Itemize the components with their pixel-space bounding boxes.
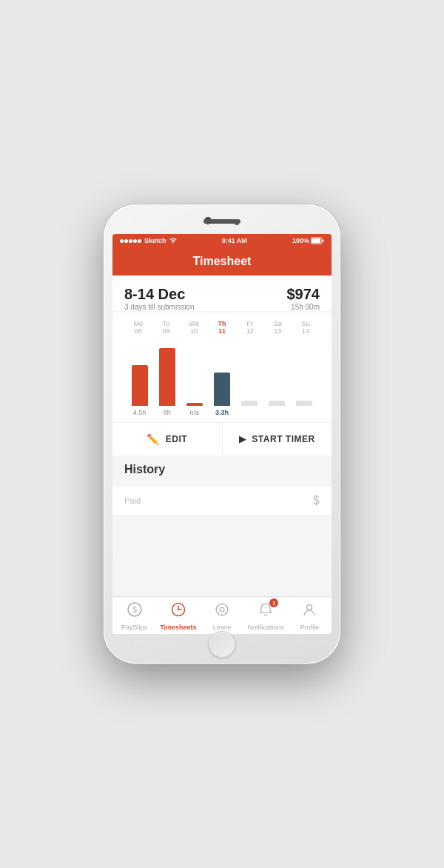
day-label-fr: Fr [246, 320, 253, 327]
leave-icon [214, 601, 230, 621]
day-label-sa: Sa [274, 320, 282, 327]
play-icon: ▶ [239, 434, 246, 444]
tab-notifications-icon-wrap: 1 [258, 601, 274, 621]
signal-dots [120, 239, 141, 243]
tab-payslips-label: PaySlips [121, 624, 147, 631]
bar-th [209, 373, 235, 406]
svg-point-19 [307, 605, 312, 610]
profile-icon [301, 601, 317, 621]
tab-payslips[interactable]: $ PaySlips [112, 601, 156, 631]
svg-line-17 [225, 606, 226, 607]
tab-bar: $ PaySlips [112, 596, 332, 634]
history-section: History [112, 455, 332, 481]
week-amount-block: $974 15h 00m [287, 286, 320, 311]
bar-su [291, 401, 317, 406]
timer-label: START TIMER [252, 434, 314, 444]
app-header: Timesheet [112, 247, 332, 276]
chart-day-sa: Sa 13 [264, 320, 291, 335]
day-num-mo: 08 [135, 327, 142, 335]
chart-day-we: We 10 [181, 320, 207, 335]
battery: 100% [292, 237, 324, 244]
tab-timesheets-label: Timesheets [160, 624, 196, 631]
chart-day-th: Th 11 [209, 320, 235, 335]
svg-text:$: $ [132, 606, 137, 614]
bar-label-tu: 8h [154, 409, 181, 416]
days-till: 3 days till submission [124, 303, 194, 311]
tab-notifications[interactable]: 1 Notifications [244, 601, 288, 631]
bar-th-fill [214, 373, 230, 406]
week-card: 8-14 Dec 3 days till submission $974 15h… [112, 276, 332, 311]
bar-sa-fill [269, 401, 285, 406]
bar-fr [236, 401, 263, 406]
day-label-tu: Tu [162, 320, 169, 327]
day-label-mo: Mo [134, 320, 144, 327]
tab-profile[interactable]: Profile [288, 601, 332, 631]
svg-point-8 [178, 609, 179, 610]
bar-label-fr [236, 409, 263, 416]
svg-line-16 [225, 612, 226, 613]
chart-day-mo: Mo 08 [125, 320, 152, 335]
tab-leave-icon-wrap [214, 601, 230, 621]
svg-line-18 [218, 612, 219, 613]
tab-timesheets-icon-wrap [170, 601, 186, 621]
phone-bottom [112, 634, 332, 655]
bar-labels: 4.5h 8h n/a 3.3h [124, 406, 320, 416]
status-time: 9:41 AM [222, 237, 247, 244]
day-num-fr: 12 [246, 327, 254, 335]
battery-label: 100% [292, 237, 309, 244]
wifi-icon [169, 237, 177, 244]
day-num-th: 11 [218, 327, 226, 335]
bar-mo-fill [132, 365, 148, 406]
bar-su-fill [296, 401, 312, 406]
status-left: Sketch [120, 237, 177, 244]
edit-button[interactable]: ✏️ EDIT [112, 423, 223, 455]
bar-we-fill [186, 403, 203, 406]
day-label-su: Su [302, 320, 310, 327]
paid-label: Paid [124, 496, 141, 505]
day-num-tu: 09 [163, 327, 170, 335]
timesheets-icon [170, 601, 186, 621]
bar-tu [154, 348, 181, 406]
carrier-label: Sketch [144, 237, 166, 244]
bars-row [124, 339, 320, 406]
edit-label: EDIT [166, 434, 187, 444]
chart-day-fr: Fr 12 [237, 320, 263, 335]
edit-icon: ✏️ [147, 433, 160, 445]
status-bar: Sketch 9:41 AM 100% [112, 234, 332, 247]
chart-day-tu: Tu 09 [153, 320, 180, 335]
tab-profile-label: Profile [300, 624, 320, 631]
day-label-we: We [189, 320, 199, 327]
payslips-icon: $ [127, 601, 143, 621]
bar-label-su [291, 409, 317, 416]
svg-point-9 [216, 604, 228, 615]
bar-label-mo: 4.5h [127, 409, 153, 416]
tab-profile-icon-wrap [301, 601, 317, 621]
home-button[interactable] [209, 631, 235, 658]
actions-row: ✏️ EDIT ▶ START TIMER [112, 422, 332, 455]
sensor [235, 221, 239, 225]
phone-frame: Sketch 9:41 AM 100% Timesheet [104, 204, 340, 664]
week-header: 8-14 Dec 3 days till submission $974 15h… [124, 286, 320, 311]
bar-we [181, 403, 208, 406]
bar-fr-fill [241, 401, 258, 406]
tab-notifications-label: Notifications [248, 624, 284, 631]
dollar-icon: $ [313, 494, 320, 507]
history-title: History [124, 463, 320, 476]
tab-leave-label: Leave [213, 624, 232, 631]
battery-icon [311, 237, 324, 244]
day-num-su: 14 [302, 327, 309, 335]
notifications-badge: 1 [269, 598, 278, 607]
history-card[interactable]: Paid $ [112, 487, 332, 515]
main-content: 8-14 Dec 3 days till submission $974 15h… [112, 276, 332, 596]
bar-tu-fill [159, 348, 175, 406]
phone-screen: Sketch 9:41 AM 100% Timesheet [112, 234, 332, 634]
start-timer-button[interactable]: ▶ START TIMER [223, 423, 332, 455]
tab-leave[interactable]: Leave [200, 601, 243, 631]
bar-sa [263, 401, 290, 406]
tab-timesheets[interactable]: Timesheets [156, 601, 200, 631]
day-label-th: Th [218, 320, 226, 327]
week-date: 8-14 Dec [124, 286, 194, 303]
bar-label-we: n/a [181, 409, 208, 416]
chart-container: Mo 08 Tu 09 We 10 Th 11 [112, 313, 332, 422]
chart-day-su: Su 14 [292, 320, 319, 335]
